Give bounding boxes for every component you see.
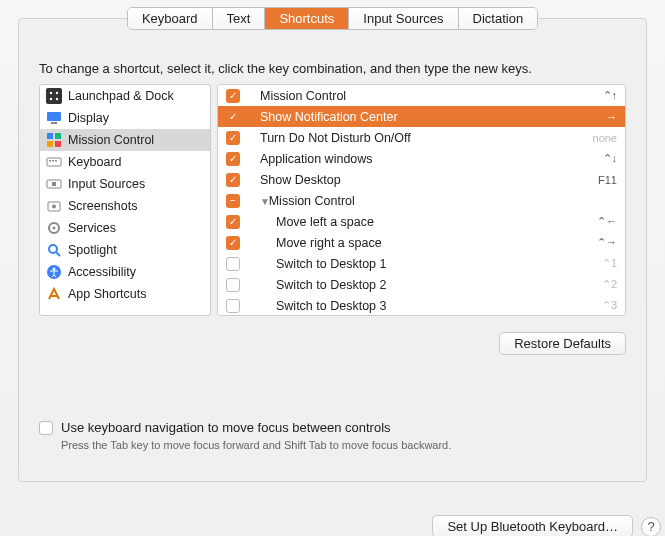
- shortcut-key[interactable]: →: [581, 111, 617, 123]
- sidebar-item-label: Spotlight: [68, 243, 117, 257]
- sidebar-item-label: Launchpad & Dock: [68, 89, 174, 103]
- shortcut-row[interactable]: ✓Mission Control⌃↑: [218, 85, 625, 106]
- svg-rect-11: [47, 158, 61, 166]
- sidebar-item-mission-control[interactable]: Mission Control: [40, 129, 210, 151]
- svg-rect-9: [47, 141, 53, 147]
- shortcut-checkbox[interactable]: ✓: [226, 89, 240, 103]
- input-icon: [46, 176, 62, 192]
- sidebar-item-launchpad-dock[interactable]: Launchpad & Dock: [40, 85, 210, 107]
- shortcut-key[interactable]: ⌃1: [581, 257, 617, 270]
- shortcut-key[interactable]: ⌃↑: [581, 89, 617, 102]
- sidebar-item-label: Screenshots: [68, 199, 137, 213]
- shortcut-checkbox[interactable]: [226, 278, 240, 292]
- shortcut-checkbox[interactable]: ✓: [226, 173, 240, 187]
- shortcut-label: Switch to Desktop 3: [248, 299, 573, 313]
- tab-dictation[interactable]: Dictation: [459, 8, 538, 29]
- services-icon: [46, 220, 62, 236]
- shortcut-checkbox[interactable]: ✓: [226, 131, 240, 145]
- shortcut-row[interactable]: ✓Move left a space⌃←: [218, 211, 625, 232]
- shortcut-row[interactable]: Switch to Desktop 1⌃1: [218, 253, 625, 274]
- sidebar-item-label: Accessibility: [68, 265, 136, 279]
- svg-rect-14: [55, 160, 57, 162]
- sidebar-item-label: Input Sources: [68, 177, 145, 191]
- shortcut-key[interactable]: ⌃3: [581, 299, 617, 312]
- display-icon: [46, 110, 62, 126]
- svg-point-20: [53, 227, 56, 230]
- disclosure-triangle-icon[interactable]: ▼: [260, 196, 273, 207]
- shortcut-label: Application windows: [248, 152, 573, 166]
- svg-rect-16: [52, 182, 56, 186]
- shortcut-row[interactable]: ✓Show Notification Center→: [218, 106, 625, 127]
- svg-point-2: [56, 92, 58, 94]
- restore-defaults-button[interactable]: Restore Defaults: [499, 332, 626, 355]
- shortcut-row[interactable]: ✓Move right a space⌃→: [218, 232, 625, 253]
- sidebar-item-keyboard[interactable]: Keyboard: [40, 151, 210, 173]
- shortcut-checkbox[interactable]: [226, 257, 240, 271]
- sidebar-item-input-sources[interactable]: Input Sources: [40, 173, 210, 195]
- svg-rect-7: [47, 133, 53, 139]
- tab-shortcuts[interactable]: Shortcuts: [265, 8, 349, 29]
- svg-line-22: [56, 252, 60, 256]
- sidebar-item-spotlight[interactable]: Spotlight: [40, 239, 210, 261]
- svg-rect-10: [55, 141, 61, 147]
- kbnav-label: Use keyboard navigation to move focus be…: [61, 420, 391, 435]
- shortcut-label: Move left a space: [248, 215, 573, 229]
- shortcut-label: Turn Do Not Disturb On/Off: [248, 131, 573, 145]
- shortcut-key[interactable]: ⌃↓: [581, 152, 617, 165]
- shortcut-label: Move right a space: [248, 236, 573, 250]
- shortcuts-table[interactable]: ✓Mission Control⌃↑✓Show Notification Cen…: [217, 84, 626, 316]
- shortcut-row[interactable]: Switch to Desktop 3⌃3: [218, 295, 625, 316]
- svg-point-24: [53, 268, 56, 271]
- shortcut-key[interactable]: ⌃←: [581, 215, 617, 228]
- tab-keyboard[interactable]: Keyboard: [128, 8, 213, 29]
- shortcut-label: Switch to Desktop 2: [248, 278, 573, 292]
- appshortcuts-icon: [46, 286, 62, 302]
- svg-rect-13: [52, 160, 54, 162]
- shortcut-key[interactable]: ⌃→: [581, 236, 617, 249]
- shortcut-row[interactable]: −▼ Mission Control: [218, 190, 625, 211]
- tab-text[interactable]: Text: [213, 8, 266, 29]
- sidebar-item-accessibility[interactable]: Accessibility: [40, 261, 210, 283]
- accessibility-icon: [46, 264, 62, 280]
- sidebar-item-label: Mission Control: [68, 133, 154, 147]
- tab-input-sources[interactable]: Input Sources: [349, 8, 458, 29]
- sidebar-item-services[interactable]: Services: [40, 217, 210, 239]
- svg-point-1: [50, 92, 52, 94]
- shortcut-checkbox[interactable]: ✓: [226, 215, 240, 229]
- shortcut-label: Switch to Desktop 1: [248, 257, 573, 271]
- shortcut-key[interactable]: ⌃2: [581, 278, 617, 291]
- shortcut-key[interactable]: none: [581, 132, 617, 144]
- svg-rect-5: [47, 112, 61, 121]
- shortcut-checkbox[interactable]: [226, 299, 240, 313]
- shortcut-label: Show Desktop: [248, 173, 573, 187]
- help-button[interactable]: ?: [641, 517, 661, 537]
- svg-point-18: [52, 205, 56, 209]
- shortcut-label: Show Notification Center: [248, 110, 573, 124]
- shortcut-row[interactable]: ✓Application windows⌃↓: [218, 148, 625, 169]
- sidebar-item-label: App Shortcuts: [68, 287, 147, 301]
- sidebar-item-screenshots[interactable]: Screenshots: [40, 195, 210, 217]
- sidebar-item-label: Display: [68, 111, 109, 125]
- screenshot-icon: [46, 198, 62, 214]
- shortcut-checkbox[interactable]: ✓: [226, 110, 240, 124]
- sidebar-item-display[interactable]: Display: [40, 107, 210, 129]
- shortcut-label: ▼ Mission Control: [248, 194, 573, 208]
- shortcut-row[interactable]: Switch to Desktop 2⌃2: [218, 274, 625, 295]
- spotlight-icon: [46, 242, 62, 258]
- shortcut-checkbox[interactable]: −: [226, 194, 240, 208]
- keyboard-icon: [46, 154, 62, 170]
- kbnav-checkbox[interactable]: [39, 421, 53, 435]
- sidebar-item-label: Services: [68, 221, 116, 235]
- bluetooth-keyboard-button[interactable]: Set Up Bluetooth Keyboard…: [432, 515, 633, 536]
- category-sidebar[interactable]: Launchpad & DockDisplayMission ControlKe…: [39, 84, 211, 316]
- svg-rect-6: [51, 122, 57, 124]
- sidebar-item-label: Keyboard: [68, 155, 122, 169]
- shortcut-row[interactable]: ✓Show DesktopF11: [218, 169, 625, 190]
- shortcut-key[interactable]: F11: [581, 174, 617, 186]
- shortcut-row[interactable]: ✓Turn Do Not Disturb On/Offnone: [218, 127, 625, 148]
- svg-rect-0: [46, 88, 62, 104]
- shortcut-checkbox[interactable]: ✓: [226, 152, 240, 166]
- svg-point-21: [49, 245, 57, 253]
- shortcut-checkbox[interactable]: ✓: [226, 236, 240, 250]
- sidebar-item-app-shortcuts[interactable]: App Shortcuts: [40, 283, 210, 305]
